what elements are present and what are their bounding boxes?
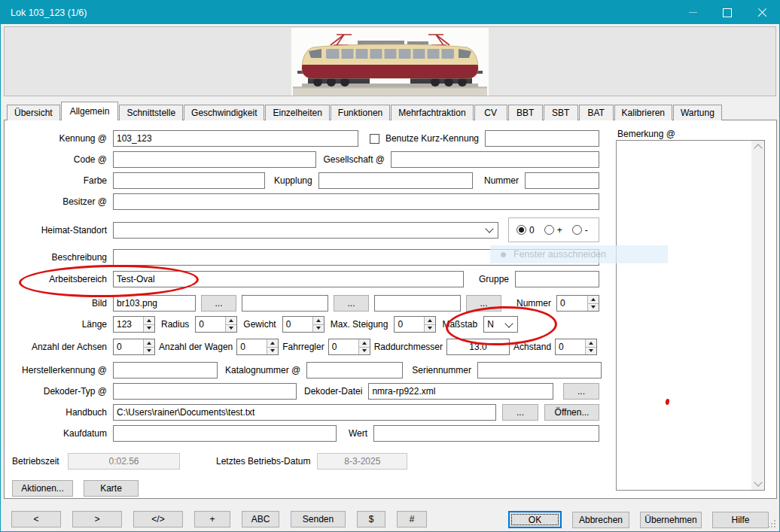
tab-allgemein[interactable]: Allgemein [61, 102, 119, 120]
max-steigung-spinner[interactable]: 0 [394, 316, 436, 333]
uebernehmen-button[interactable]: Übernehmen [640, 512, 702, 528]
spin-up-icon[interactable] [588, 296, 599, 303]
richtung-radio-0[interactable]: 0 [516, 225, 535, 236]
gewicht-spinner[interactable]: 0 [282, 316, 324, 333]
dollar-button[interactable]: $ [357, 511, 385, 527]
spin-up-icon[interactable] [144, 339, 154, 347]
dekoder-typ-input[interactable] [113, 383, 297, 400]
bild2-input[interactable] [242, 295, 328, 312]
tab-einzelheiten[interactable]: Einzelheiten [265, 105, 329, 120]
kupplung-input[interactable] [318, 172, 473, 189]
anzahl-wagen-spinner[interactable]: 0 [236, 339, 279, 355]
bild3-input[interactable] [374, 295, 461, 312]
bild-input[interactable] [113, 295, 196, 312]
raddurchmesser-input[interactable] [446, 339, 510, 355]
spin-up-icon[interactable] [425, 317, 435, 324]
minimize-button[interactable] [675, 1, 710, 24]
gesellschaft-label: Gesellschaft @ [323, 154, 385, 165]
fahrregler-spinner[interactable]: 0 [328, 339, 370, 355]
tab-wartung[interactable]: Wartung [673, 105, 722, 120]
next-loco-button[interactable]: > [72, 511, 122, 527]
bild-browse-button[interactable]: ... [201, 295, 236, 312]
bild3-browse-button[interactable]: ... [466, 295, 501, 312]
kaufdatum-input[interactable] [113, 425, 337, 442]
seriennummer-input[interactable] [477, 362, 602, 378]
spin-up-icon[interactable] [359, 339, 370, 347]
abbrechen-button[interactable]: Abbrechen [572, 512, 629, 528]
radius-spinner[interactable]: 0 [195, 316, 237, 333]
spin-down-icon[interactable] [425, 324, 435, 333]
achstand-spinner[interactable]: 0 [555, 339, 597, 355]
handbuch-browse-button[interactable]: ... [502, 404, 538, 421]
spin-up-icon[interactable] [144, 317, 154, 324]
spin-up-icon[interactable] [226, 317, 236, 324]
bild2-browse-button[interactable]: ... [334, 295, 369, 312]
resize-grip-icon[interactable] [768, 520, 776, 528]
kurz-kennung-input[interactable] [485, 130, 599, 147]
spin-down-icon[interactable] [144, 324, 154, 333]
tab-sbt[interactable]: SBT [544, 105, 578, 120]
spin-down-icon[interactable] [226, 324, 236, 333]
tab-mehrfachtraktion[interactable]: Mehrfachtraktion [391, 105, 473, 120]
hilfe-button[interactable]: Hilfe [712, 512, 769, 528]
spin-up-icon[interactable] [267, 339, 278, 347]
tab-funktionen[interactable]: Funktionen [331, 105, 390, 120]
nummer-input[interactable] [525, 172, 599, 189]
karte-button[interactable]: Karte [84, 480, 139, 497]
spin-down-icon[interactable] [267, 347, 278, 355]
dekoder-datei-input[interactable] [368, 383, 553, 400]
senden-button[interactable]: Senden [291, 511, 346, 527]
bild-nummer-spinner[interactable]: 0 [556, 295, 599, 312]
spin-down-icon[interactable] [144, 347, 154, 355]
farbe-input[interactable] [113, 172, 265, 189]
kennung-input[interactable] [113, 130, 358, 147]
richtung-radio-minus[interactable]: - [572, 225, 588, 236]
titlebar[interactable]: Lok 103_123 (1/6) [1, 1, 779, 24]
tab-geschwindigkeit[interactable]: Geschwindigkeit [184, 105, 264, 120]
katalognummer-input[interactable] [306, 362, 403, 378]
anzahl-achsen-spinner[interactable]: 0 [113, 339, 155, 355]
richtung-radio-plus[interactable]: + [544, 225, 562, 236]
spin-down-icon[interactable] [586, 347, 596, 355]
bemerkung-scrollbar[interactable] [751, 141, 764, 490]
handbuch-open-button[interactable]: Öffnen... [544, 404, 599, 421]
laenge-spinner[interactable]: 123 [113, 316, 155, 333]
arbeitsbereich-input[interactable] [113, 271, 464, 287]
prev-loco-button[interactable]: < [11, 511, 61, 527]
scroll-down-icon[interactable] [751, 477, 764, 490]
bemerkung-textarea[interactable] [616, 140, 765, 491]
spin-up-icon[interactable] [586, 339, 596, 347]
massstab-combobox[interactable]: N [483, 316, 518, 333]
scroll-up-icon[interactable] [751, 141, 764, 154]
xml-button[interactable]: </> [133, 511, 183, 527]
dekoder-datei-browse-button[interactable]: ... [563, 383, 599, 400]
spin-down-icon[interactable] [359, 347, 370, 355]
besitzer-input[interactable] [113, 193, 599, 210]
aktionen-button[interactable]: Aktionen... [12, 480, 73, 497]
beschreibung-input[interactable] [113, 249, 599, 266]
tab-bat[interactable]: BAT [579, 105, 614, 120]
tab-page-allgemein: Kennung @ Benutze Kurz-Kennung Code @ Ge… [4, 120, 777, 499]
tab-bbt[interactable]: BBT [508, 105, 543, 120]
maximize-button[interactable] [710, 1, 745, 24]
handbuch-input[interactable] [113, 404, 496, 421]
abc-button[interactable]: ABC [242, 511, 279, 527]
gesellschaft-input[interactable] [391, 151, 599, 168]
tab-uebersicht[interactable]: Übersicht [7, 105, 60, 120]
tab-cv[interactable]: CV [474, 105, 507, 120]
spin-up-icon[interactable] [313, 317, 324, 324]
hash-button[interactable]: # [397, 511, 427, 527]
kurz-kennung-checkbox[interactable] [370, 134, 379, 144]
tab-schnittstelle[interactable]: Schnittstelle [119, 105, 183, 120]
spin-down-icon[interactable] [313, 324, 324, 333]
heimat-standort-combobox[interactable] [113, 222, 498, 239]
close-button[interactable] [745, 1, 779, 24]
tab-kalibrieren[interactable]: Kalibrieren [614, 105, 672, 120]
herstellerkennung-input[interactable] [113, 362, 218, 378]
gruppe-input[interactable] [515, 271, 599, 287]
ok-button[interactable]: OK [508, 511, 562, 528]
code-input[interactable] [113, 151, 316, 168]
spin-down-icon[interactable] [588, 303, 599, 312]
add-button[interactable]: + [194, 511, 230, 527]
wert-input[interactable] [373, 425, 599, 442]
